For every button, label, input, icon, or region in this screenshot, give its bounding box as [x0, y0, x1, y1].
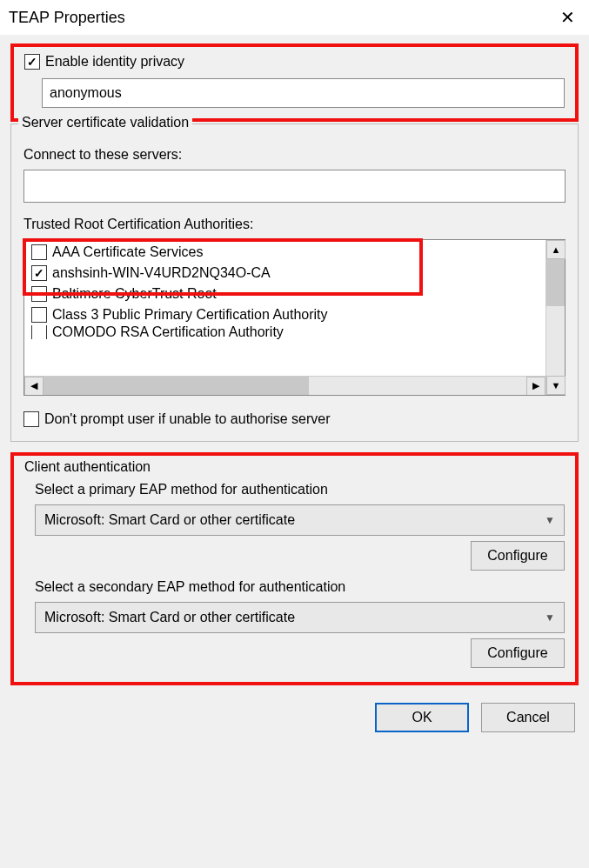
connect-servers-label: Connect to these servers: — [23, 147, 566, 163]
secondary-configure-button[interactable]: Configure — [471, 638, 565, 668]
primary-eap-value: Microsoft: Smart Card or other certifica… — [44, 512, 295, 528]
ca-checkbox[interactable] — [31, 286, 47, 302]
dont-prompt-label: Don't prompt user if unable to authorise… — [44, 411, 331, 427]
client-auth-legend: Client authentication — [24, 459, 565, 475]
list-item[interactable]: anshsinh-WIN-V4URD2NQ34O-CA — [28, 263, 542, 284]
ca-name: anshsinh-WIN-V4URD2NQ34O-CA — [52, 265, 271, 281]
secondary-eap-label: Select a secondary EAP method for authen… — [35, 579, 565, 595]
ca-name: AAA Certificate Services — [52, 244, 203, 260]
list-item[interactable]: AAA Certificate Services — [28, 242, 542, 263]
ca-checkbox[interactable] — [31, 307, 47, 323]
dialog-content: Enable identity privacy Server certifica… — [0, 35, 589, 868]
client-authentication-highlight: Client authentication Select a primary E… — [10, 452, 579, 685]
primary-eap-label: Select a primary EAP method for authenti… — [35, 482, 565, 497]
dialog-footer: OK Cancel — [10, 692, 579, 732]
primary-configure-button[interactable]: Configure — [471, 541, 565, 571]
chevron-down-icon: ▼ — [545, 611, 555, 624]
vertical-scrollbar[interactable]: ▲ ▼ — [545, 240, 565, 395]
ok-button[interactable]: OK — [375, 703, 469, 732]
ca-checkbox[interactable] — [31, 325, 47, 339]
trusted-root-ca-label: Trusted Root Certification Authorities: — [23, 217, 566, 232]
dont-prompt-checkbox[interactable] — [23, 411, 39, 427]
scroll-down-icon[interactable]: ▼ — [546, 376, 566, 395]
secondary-eap-value: Microsoft: Smart Card or other certifica… — [44, 610, 295, 625]
ca-checkbox[interactable] — [31, 265, 47, 281]
identity-privacy-input[interactable] — [42, 78, 565, 108]
hscroll-thumb[interactable] — [44, 377, 309, 396]
trusted-root-ca-list[interactable]: AAA Certificate Services anshsinh-WIN-V4… — [24, 240, 545, 376]
primary-eap-select[interactable]: Microsoft: Smart Card or other certifica… — [35, 504, 565, 536]
ca-name: COMODO RSA Certification Authority — [52, 325, 284, 339]
identity-privacy-highlight: Enable identity privacy — [10, 43, 579, 122]
window-title: TEAP Properties — [9, 9, 125, 27]
close-icon[interactable]: ✕ — [545, 0, 589, 35]
ca-name: Class 3 Public Primary Certification Aut… — [52, 307, 328, 323]
enable-identity-privacy-label: Enable identity privacy — [45, 54, 184, 70]
horizontal-scrollbar[interactable]: ◀ ▶ — [24, 376, 545, 395]
server-certificate-validation-group: Server certificate validation Connect to… — [10, 124, 579, 442]
list-item[interactable]: Class 3 Public Primary Certification Aut… — [28, 304, 542, 325]
chevron-down-icon: ▼ — [545, 514, 555, 526]
scroll-left-icon[interactable]: ◀ — [24, 377, 44, 396]
list-item[interactable]: COMODO RSA Certification Authority — [28, 325, 542, 339]
secondary-eap-select[interactable]: Microsoft: Smart Card or other certifica… — [35, 602, 565, 633]
cancel-button[interactable]: Cancel — [481, 703, 575, 732]
scroll-up-icon[interactable]: ▲ — [546, 240, 566, 259]
trusted-root-ca-list-container: AAA Certificate Services anshsinh-WIN-V4… — [23, 239, 566, 396]
server-validation-legend: Server certificate validation — [18, 115, 192, 130]
list-item[interactable]: Baltimore CyberTrust Root — [28, 284, 542, 304]
scroll-right-icon[interactable]: ▶ — [526, 377, 545, 396]
vscroll-thumb[interactable] — [546, 259, 565, 306]
ca-checkbox[interactable] — [31, 244, 47, 260]
ca-name: Baltimore CyberTrust Root — [52, 286, 217, 302]
titlebar: TEAP Properties ✕ — [0, 0, 589, 35]
connect-servers-input[interactable] — [23, 170, 566, 203]
enable-identity-privacy-checkbox[interactable] — [24, 54, 40, 70]
